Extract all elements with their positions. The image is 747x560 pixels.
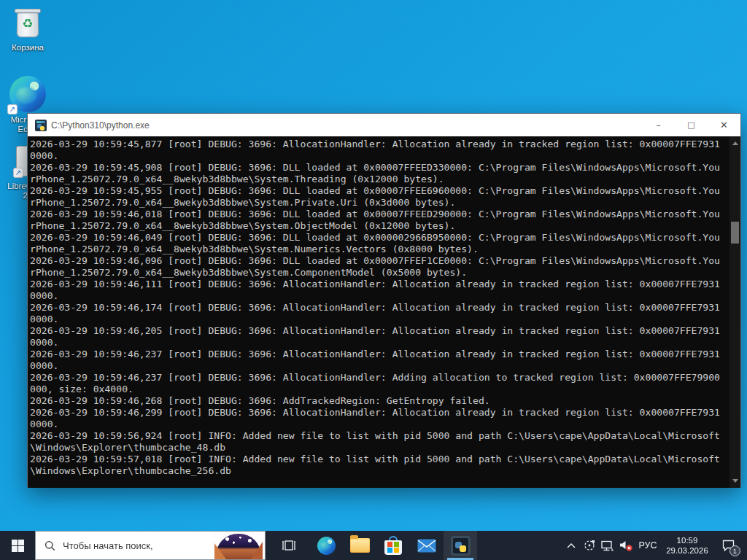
windows-logo-icon [12, 540, 24, 552]
microsoft-store-icon [384, 536, 402, 556]
log-line: 0000. [30, 419, 727, 430]
log-line: rPhone_1.25072.79.0_x64__8wekyb3d8bbwe\S… [30, 174, 727, 185]
console-log: 2026-03-29 10:59:45,877 [root] DEBUG: 36… [30, 139, 727, 477]
close-button[interactable]: ✕ [708, 114, 740, 136]
log-line: 0000. [30, 314, 727, 325]
log-line: 2026-03-29 10:59:46,268 [root] DEBUG: 36… [30, 395, 727, 407]
time-text: 10:59 [677, 535, 698, 545]
network-icon [600, 540, 614, 552]
language-indicator[interactable]: РУС [635, 531, 661, 560]
task-view-button[interactable] [273, 531, 305, 560]
icon-label: Корзина [4, 43, 51, 52]
console-scrollbar[interactable] [729, 136, 740, 488]
log-line: 2026-03-29 10:59:45,908 [root] DEBUG: 36… [30, 162, 727, 174]
mail-icon [417, 539, 436, 553]
log-line: 2026-03-29 10:59:46,111 [root] DEBUG: 36… [30, 279, 727, 290]
log-line: 2026-03-29 10:59:46,237 [root] DEBUG: 36… [30, 349, 727, 360]
python-console-icon [451, 536, 471, 556]
log-line: \Windows\Explorer\thumbcache_256.db [30, 465, 727, 477]
dashed-circle-icon [583, 539, 596, 552]
taskbar-store-button[interactable] [376, 531, 410, 560]
volume-muted-icon [619, 539, 633, 552]
python-app-icon [35, 120, 47, 131]
log-line: 2026-03-29 10:59:46,299 [root] DEBUG: 36… [30, 407, 727, 419]
console-output[interactable]: 2026-03-29 10:59:45,877 [root] DEBUG: 36… [28, 136, 740, 488]
console-window: C:\Python310\python.exe – □ ✕ 2026-03-29… [27, 113, 741, 487]
search-box[interactable]: Чтобы начать поиск, [35, 531, 266, 560]
minimize-button[interactable]: – [642, 114, 675, 136]
recycle-bin-icon: ♻ [10, 6, 45, 41]
search-placeholder: Чтобы начать поиск, [63, 540, 212, 551]
search-icon [44, 540, 55, 551]
log-line: 2026-03-29 10:59:46,205 [root] DEBUG: 36… [30, 325, 727, 337]
taskbar-file-explorer-button[interactable] [343, 531, 376, 560]
edge-icon: ↗ [9, 75, 47, 113]
volume-button[interactable] [616, 531, 635, 560]
log-line: 0000. [30, 290, 727, 302]
network-button[interactable] [598, 531, 616, 560]
log-line: rPhone_1.25072.79.0_x64__8wekyb3d8bbwe\S… [30, 197, 727, 209]
log-line: 2026-03-29 10:59:46,237 [root] DEBUG: 36… [30, 372, 727, 384]
console-titlebar[interactable]: C:\Python310\python.exe – □ ✕ [28, 114, 740, 136]
task-view-icon [281, 538, 297, 553]
log-line: rPhone_1.25072.79.0_x64__8wekyb3d8bbwe\S… [30, 267, 727, 279]
edge-icon [317, 536, 336, 556]
log-line: 2026-03-29 10:59:46,018 [root] DEBUG: 36… [30, 209, 727, 220]
action-center-button[interactable]: 1 [713, 531, 743, 560]
log-line: 2026-03-29 10:59:45,955 [root] DEBUG: 36… [30, 185, 727, 197]
scrollbar-thumb[interactable] [731, 222, 739, 244]
log-line: 0000. [30, 150, 727, 162]
system-tray: РУС 10:59 29.03.2026 1 [562, 531, 747, 560]
log-line: 000, size: 0x4000. [30, 384, 727, 395]
search-highlight-image[interactable] [212, 532, 265, 559]
scroll-up-arrow[interactable] [729, 138, 740, 149]
shortcut-arrow-icon: ↗ [7, 104, 18, 114]
date-text: 29.03.2026 [666, 545, 708, 556]
log-line: rPhone_1.25072.79.0_x64__8wekyb3d8bbwe\S… [30, 244, 727, 255]
window-title: C:\Python310\python.exe [51, 120, 642, 131]
tray-overflow-button[interactable] [562, 531, 580, 560]
scroll-down-arrow[interactable] [729, 475, 740, 486]
clock[interactable]: 10:59 29.03.2026 [661, 531, 713, 560]
log-line: 2026-03-29 10:59:56,924 [root] INFO: Add… [30, 430, 727, 442]
log-line: 0000. [30, 337, 727, 349]
taskbar-edge-button[interactable] [309, 531, 343, 560]
shortcut-arrow-icon: ↗ [13, 168, 23, 178]
log-line: 0000. [30, 360, 727, 372]
taskbar-python-console-button[interactable] [444, 531, 477, 560]
maximize-button[interactable]: □ [675, 114, 708, 136]
taskbar-mail-button[interactable] [410, 531, 444, 560]
tray-status-button[interactable] [580, 531, 598, 560]
desktop-icon-recycle-bin[interactable]: ♻ Корзина [4, 6, 51, 52]
start-button[interactable] [0, 531, 35, 560]
notification-badge: 1 [729, 545, 740, 556]
log-line: 2026-03-29 10:59:45,877 [root] DEBUG: 36… [30, 139, 727, 150]
recycle-symbol: ♻ [10, 16, 45, 31]
log-line: 2026-03-29 10:59:57,018 [root] INFO: Add… [30, 454, 727, 465]
desktop-wallpaper[interactable]: ♻ Корзина ↗ Microsoft Edge ↗ LibreOffice… [0, 0, 747, 560]
chevron-up-icon [566, 542, 576, 549]
log-line: 2026-03-29 10:59:46,174 [root] DEBUG: 36… [30, 302, 727, 314]
log-line: \Windows\Explorer\thumbcache_48.db [30, 442, 727, 454]
log-line: 2026-03-29 10:59:46,049 [root] DEBUG: 36… [30, 232, 727, 244]
taskbar: Чтобы начать поиск, [0, 531, 747, 560]
file-explorer-icon [350, 538, 370, 553]
log-line: 2026-03-29 10:59:46,096 [root] DEBUG: 36… [30, 255, 727, 267]
log-line: rPhone_1.25072.79.0_x64__8wekyb3d8bbwe\S… [30, 220, 727, 232]
